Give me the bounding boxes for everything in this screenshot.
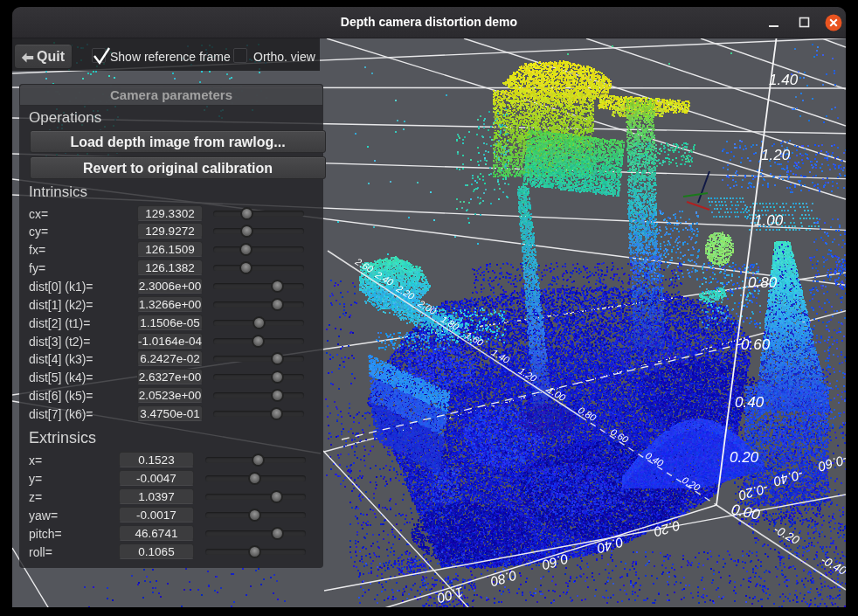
svg-text:-0.60: -0.60 <box>816 452 846 474</box>
svg-text:1.80: 1.80 <box>439 314 461 333</box>
svg-text:0.40: 0.40 <box>595 535 625 557</box>
svg-text:0.20: 0.20 <box>652 518 682 540</box>
svg-text:1.60: 1.60 <box>464 329 486 349</box>
svg-text:0.40: 0.40 <box>735 394 765 411</box>
svg-text:1.00: 1.00 <box>754 212 784 229</box>
svg-text:1.40: 1.40 <box>490 347 512 366</box>
svg-text:0.20: 0.20 <box>730 449 759 466</box>
svg-text:0.80: 0.80 <box>748 274 778 291</box>
svg-text:-0.20: -0.20 <box>737 481 770 503</box>
svg-text:2.00: 2.00 <box>416 297 439 316</box>
svg-text:-0.40: -0.40 <box>772 467 805 489</box>
svg-text:0.40: 0.40 <box>644 450 666 469</box>
svg-text:0.20: 0.20 <box>681 474 702 494</box>
svg-text:0.80: 0.80 <box>577 405 599 424</box>
svg-text:1.20: 1.20 <box>517 365 539 384</box>
svg-text:0.00: 0.00 <box>730 501 762 523</box>
svg-text:1.40: 1.40 <box>769 72 799 88</box>
svg-text:2.40: 2.40 <box>373 268 396 287</box>
svg-text:0.60: 0.60 <box>540 551 570 573</box>
svg-text:2.60: 2.60 <box>353 255 376 274</box>
svg-text:0.60: 0.60 <box>741 336 771 353</box>
svg-text:2.20: 2.20 <box>394 282 417 301</box>
svg-text:1.00: 1.00 <box>435 585 465 606</box>
svg-text:1.20: 1.20 <box>761 147 791 163</box>
svg-text:0.80: 0.80 <box>488 568 518 590</box>
